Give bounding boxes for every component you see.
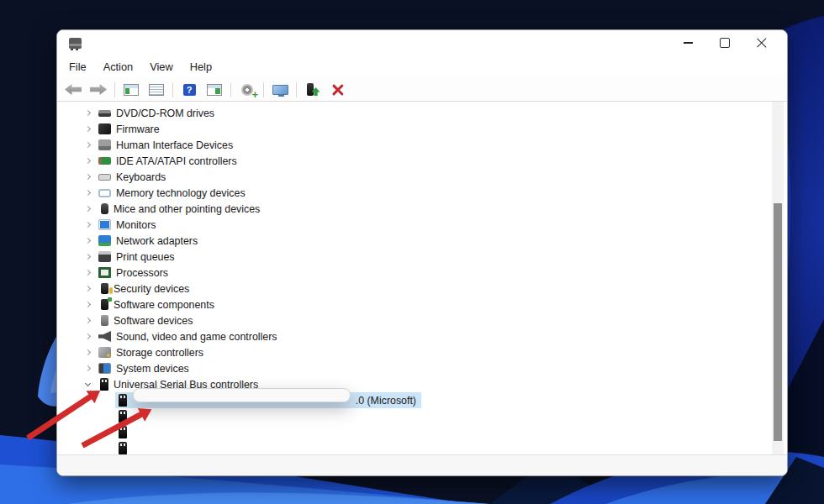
tree-item[interactable]: Processors (57, 265, 787, 281)
tree-category-list: DVD/CD-ROM drives Firmware Human Interfa… (57, 105, 787, 392)
tree-item-label: DVD/CD-ROM drives (116, 108, 214, 119)
tb-update-driver-icon (307, 83, 314, 96)
security-device-icon (101, 283, 108, 294)
toolbar-button[interactable] (177, 80, 202, 100)
close-button[interactable] (743, 31, 780, 55)
tree-item-label: Software components (114, 299, 214, 311)
tree-chevron-icon[interactable] (85, 158, 91, 164)
title-bar (57, 30, 787, 55)
context-menu (133, 388, 351, 402)
maximize-button[interactable] (706, 31, 743, 55)
tree-chevron-icon[interactable] (85, 381, 91, 386)
processor-icon (98, 267, 111, 278)
tree-item[interactable]: Security devices (57, 281, 787, 297)
tree-item[interactable]: DVD/CD-ROM drives (57, 105, 787, 121)
usb-child-row[interactable] (115, 424, 787, 440)
minimize-button[interactable] (669, 31, 706, 55)
menu-bar-item[interactable]: File (61, 57, 95, 76)
tree-item[interactable]: Memory technology devices (57, 185, 787, 201)
network-adapter-icon (98, 235, 111, 246)
tree-item-label: Mice and other pointing devices (114, 203, 260, 215)
tree-item-label: Sound, video and game controllers (116, 331, 277, 343)
tree-item[interactable]: Keyboards (57, 169, 787, 185)
menu-bar-item[interactable]: Help (182, 57, 220, 76)
tree-item[interactable]: Mice and other pointing devices (57, 201, 787, 217)
tree-item[interactable]: Firmware (57, 121, 787, 137)
tree-item[interactable]: IDE ATA/ATAPI controllers (57, 153, 787, 169)
menu-bar: FileActionViewHelp (57, 55, 787, 78)
menu-bar-item[interactable]: Action (95, 57, 142, 76)
vertical-scrollbar[interactable] (772, 102, 784, 454)
scrollbar-thumb[interactable] (774, 203, 782, 441)
tb-remote-icon (272, 85, 288, 95)
tree-item[interactable]: Storage controllers (57, 344, 787, 360)
toolbar (57, 78, 787, 102)
toolbar-button[interactable] (267, 80, 293, 100)
tree-item-label: Security devices (114, 283, 189, 295)
tree-chevron-icon[interactable] (85, 222, 91, 228)
tree-chevron-icon[interactable] (85, 318, 91, 323)
tree-chevron-icon[interactable] (85, 270, 91, 276)
tree-chevron-icon[interactable] (85, 126, 91, 132)
tb-console-window-icon (124, 84, 139, 96)
usb-child-row[interactable] (115, 408, 787, 424)
usb-child-row[interactable] (115, 440, 787, 454)
tb-scan-icon (241, 84, 253, 96)
toolbar-button[interactable] (119, 80, 144, 100)
memory-device-icon (98, 189, 111, 197)
tree-chevron-icon[interactable] (85, 349, 91, 355)
tree-chevron-icon[interactable] (85, 206, 91, 212)
tree-item[interactable]: Software components (57, 297, 787, 312)
monitor-icon (98, 219, 111, 230)
tree-item-label: Monitors (116, 219, 156, 231)
tree-item[interactable]: Human Interface Devices (57, 137, 787, 153)
menu-bar-item[interactable]: View (141, 57, 182, 76)
tree-item[interactable]: Print queues (57, 249, 787, 265)
tree-chevron-icon[interactable] (85, 254, 91, 260)
tree-item[interactable]: Network adapters (57, 233, 787, 249)
tree-chevron-icon[interactable] (85, 365, 91, 371)
toolbar-button[interactable] (202, 80, 227, 100)
tree-item[interactable]: Software devices (57, 312, 787, 328)
dvd-drive-icon (98, 110, 111, 117)
usb-device-icon (119, 394, 127, 407)
toolbar-button[interactable] (86, 80, 111, 100)
tree-item-label: Processors (116, 267, 168, 279)
system-device-icon (98, 363, 111, 374)
toolbar-button[interactable] (300, 80, 325, 100)
toolbar-button[interactable] (325, 80, 351, 100)
software-device-icon (101, 315, 108, 326)
tree-chevron-icon[interactable] (85, 142, 91, 148)
tree-item[interactable]: System devices (57, 360, 787, 376)
firmware-icon (98, 123, 111, 134)
caption-buttons (669, 31, 780, 55)
hid-icon (98, 139, 111, 150)
tb-forward-icon (90, 84, 107, 95)
tree-chevron-icon[interactable] (85, 333, 91, 339)
tree-item-label: Software devices (114, 315, 193, 327)
tree-chevron-icon[interactable] (85, 110, 91, 116)
sound-icon (98, 331, 111, 342)
tree-chevron-icon[interactable] (85, 302, 91, 307)
tb-export-list-icon (149, 84, 164, 96)
tb-uninstall-icon (332, 83, 345, 96)
toolbar-button[interactable] (144, 80, 169, 100)
software-component-icon (101, 299, 108, 310)
tree-chevron-icon[interactable] (85, 174, 91, 180)
tree-item-label: IDE ATA/ATAPI controllers (116, 155, 237, 167)
status-bar (57, 454, 787, 475)
device-manager-icon (69, 38, 82, 49)
toolbar-button[interactable] (61, 80, 86, 100)
usb-controller-icon (100, 378, 108, 391)
tree-item-label: Firmware (116, 123, 160, 135)
tree-chevron-icon[interactable] (85, 190, 91, 196)
tree-item[interactable]: Sound, video and game controllers (57, 328, 787, 344)
ide-controller-icon (98, 157, 111, 165)
tree-chevron-icon[interactable] (85, 238, 91, 244)
toolbar-button[interactable] (235, 80, 260, 100)
tree-chevron-icon[interactable] (85, 286, 91, 291)
tree-item[interactable]: Monitors (57, 217, 787, 233)
mouse-icon (101, 203, 108, 214)
tree-item-label: Storage controllers (116, 347, 203, 359)
tree-item-label: Memory technology devices (116, 187, 246, 199)
